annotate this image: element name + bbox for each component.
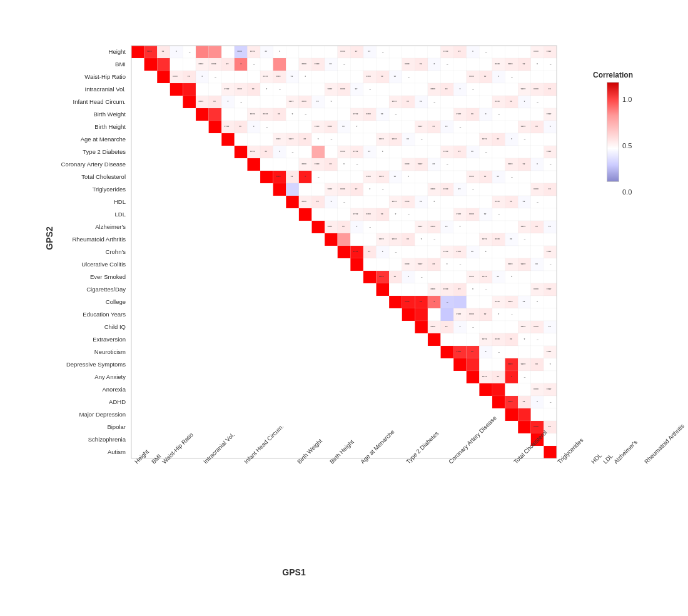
legend-bar — [607, 82, 619, 182]
legend-max: 1.0 — [622, 96, 632, 103]
legend-min: 0.0 — [622, 188, 632, 196]
chart-container: GPS2 HeightBMIWaist-Hip RatioIntracrania… — [31, 33, 657, 583]
x-labels: HeightBMIWaist-Hip RatioIntracranial Vol… — [131, 458, 557, 558]
legend: Correlation 1.0 0.5 0.0 — [588, 71, 638, 182]
x-axis-label: GPS1 — [282, 567, 305, 577]
legend-title: Correlation — [588, 71, 638, 79]
legend-mid: 0.5 — [622, 142, 632, 149]
legend-labels: 1.0 0.5 0.0 — [622, 96, 632, 196]
